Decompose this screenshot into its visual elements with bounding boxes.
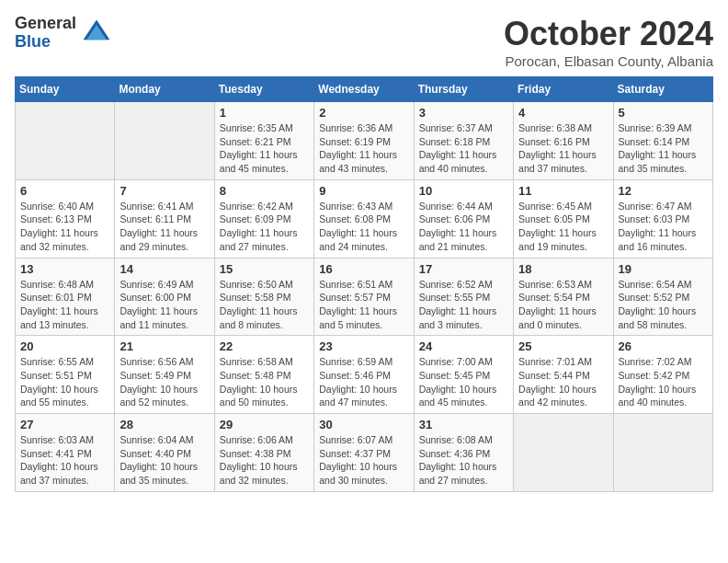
day-number: 30	[319, 418, 408, 431]
day-info: Sunrise: 7:02 AM Sunset: 5:42 PM Dayligh…	[619, 355, 708, 409]
calendar-cell: 24Sunrise: 7:00 AM Sunset: 5:45 PM Dayli…	[414, 336, 513, 414]
day-info: Sunrise: 6:45 AM Sunset: 6:05 PM Dayligh…	[518, 200, 608, 254]
day-info: Sunrise: 6:41 AM Sunset: 6:11 PM Dayligh…	[119, 200, 209, 254]
calendar-cell: 7Sunrise: 6:41 AM Sunset: 6:11 PM Daylig…	[115, 179, 214, 258]
calendar-cell: 5Sunrise: 6:39 AM Sunset: 6:14 PM Daylig…	[613, 102, 712, 180]
calendar-cell: 30Sunrise: 6:07 AM Sunset: 4:37 PM Dayli…	[314, 414, 414, 492]
logo-general: General	[15, 15, 76, 33]
day-number: 8	[220, 184, 309, 198]
day-info: Sunrise: 6:04 AM Sunset: 4:40 PM Dayligh…	[119, 433, 209, 488]
day-info: Sunrise: 6:36 AM Sunset: 6:19 PM Dayligh…	[319, 121, 408, 176]
day-number: 4	[518, 106, 608, 120]
day-number: 27	[20, 418, 109, 431]
day-info: Sunrise: 6:39 AM Sunset: 6:14 PM Dayligh…	[619, 121, 708, 176]
day-number: 25	[518, 339, 608, 353]
day-number: 17	[419, 262, 508, 276]
day-number: 15	[220, 262, 309, 276]
calendar-cell: 4Sunrise: 6:38 AM Sunset: 6:16 PM Daylig…	[514, 102, 613, 180]
month-title: October 2024	[504, 15, 713, 53]
calendar-cell: 28Sunrise: 6:04 AM Sunset: 4:40 PM Dayli…	[115, 414, 214, 492]
weekday-header-monday: Monday	[115, 77, 214, 102]
day-info: Sunrise: 6:35 AM Sunset: 6:21 PM Dayligh…	[220, 121, 309, 176]
day-number: 22	[220, 339, 309, 353]
day-info: Sunrise: 7:01 AM Sunset: 5:44 PM Dayligh…	[518, 355, 608, 409]
header: General Blue October 2024 Porocan, Elbas…	[15, 15, 713, 69]
day-number: 10	[419, 184, 508, 198]
day-number: 11	[518, 184, 608, 198]
logo: General Blue	[15, 15, 113, 52]
day-number: 2	[319, 106, 408, 120]
weekday-header-friday: Friday	[514, 77, 613, 102]
calendar-cell: 9Sunrise: 6:43 AM Sunset: 6:08 PM Daylig…	[314, 179, 414, 258]
location-title: Porocan, Elbasan County, Albania	[504, 53, 713, 69]
day-number: 9	[319, 184, 408, 198]
day-number: 26	[619, 339, 708, 353]
calendar-cell: 3Sunrise: 6:37 AM Sunset: 6:18 PM Daylig…	[414, 102, 513, 180]
calendar-cell: 20Sunrise: 6:55 AM Sunset: 5:51 PM Dayli…	[16, 336, 115, 414]
day-info: Sunrise: 6:37 AM Sunset: 6:18 PM Dayligh…	[419, 121, 508, 176]
calendar-cell: 25Sunrise: 7:01 AM Sunset: 5:44 PM Dayli…	[514, 336, 613, 414]
day-number: 5	[619, 106, 708, 120]
day-number: 23	[319, 339, 408, 353]
day-info: Sunrise: 6:42 AM Sunset: 6:09 PM Dayligh…	[220, 200, 309, 254]
calendar-cell: 14Sunrise: 6:49 AM Sunset: 6:00 PM Dayli…	[115, 258, 214, 336]
day-info: Sunrise: 6:59 AM Sunset: 5:46 PM Dayligh…	[319, 355, 408, 409]
day-number: 14	[119, 262, 209, 276]
day-number: 13	[20, 262, 109, 276]
day-info: Sunrise: 6:54 AM Sunset: 5:52 PM Dayligh…	[619, 278, 708, 332]
calendar-cell: 1Sunrise: 6:35 AM Sunset: 6:21 PM Daylig…	[214, 102, 313, 180]
day-info: Sunrise: 6:48 AM Sunset: 6:01 PM Dayligh…	[20, 278, 109, 332]
calendar-cell: 18Sunrise: 6:53 AM Sunset: 5:54 PM Dayli…	[514, 258, 613, 336]
day-number: 7	[119, 184, 209, 198]
calendar-cell: 8Sunrise: 6:42 AM Sunset: 6:09 PM Daylig…	[214, 179, 313, 258]
calendar-cell: 16Sunrise: 6:51 AM Sunset: 5:57 PM Dayli…	[314, 258, 414, 336]
calendar-cell: 29Sunrise: 6:06 AM Sunset: 4:38 PM Dayli…	[214, 414, 313, 492]
weekday-header-thursday: Thursday	[414, 77, 513, 102]
calendar-cell	[613, 414, 712, 492]
calendar-cell: 11Sunrise: 6:45 AM Sunset: 6:05 PM Dayli…	[514, 179, 613, 258]
calendar-cell: 13Sunrise: 6:48 AM Sunset: 6:01 PM Dayli…	[16, 258, 115, 336]
day-info: Sunrise: 6:06 AM Sunset: 4:38 PM Dayligh…	[220, 433, 309, 488]
calendar-cell: 27Sunrise: 6:03 AM Sunset: 4:41 PM Dayli…	[16, 414, 115, 492]
calendar-cell: 15Sunrise: 6:50 AM Sunset: 5:58 PM Dayli…	[214, 258, 313, 336]
day-info: Sunrise: 6:58 AM Sunset: 5:48 PM Dayligh…	[220, 355, 309, 409]
calendar-cell: 19Sunrise: 6:54 AM Sunset: 5:52 PM Dayli…	[613, 258, 712, 336]
calendar-cell: 12Sunrise: 6:47 AM Sunset: 6:03 PM Dayli…	[613, 179, 712, 258]
weekday-header-wednesday: Wednesday	[314, 77, 414, 102]
calendar-cell: 21Sunrise: 6:56 AM Sunset: 5:49 PM Dayli…	[115, 336, 214, 414]
day-info: Sunrise: 6:43 AM Sunset: 6:08 PM Dayligh…	[319, 200, 408, 254]
calendar-cell: 17Sunrise: 6:52 AM Sunset: 5:55 PM Dayli…	[414, 258, 513, 336]
day-number: 21	[119, 339, 209, 353]
day-info: Sunrise: 6:03 AM Sunset: 4:41 PM Dayligh…	[20, 433, 109, 488]
day-info: Sunrise: 6:52 AM Sunset: 5:55 PM Dayligh…	[419, 278, 508, 332]
calendar-cell	[115, 102, 214, 180]
day-number: 31	[419, 418, 508, 431]
day-number: 24	[419, 339, 508, 353]
day-number: 12	[619, 184, 708, 198]
weekday-header-sunday: Sunday	[16, 77, 115, 102]
day-number: 19	[619, 262, 708, 276]
calendar-cell: 6Sunrise: 6:40 AM Sunset: 6:13 PM Daylig…	[16, 179, 115, 258]
day-number: 20	[20, 339, 109, 353]
weekday-header-tuesday: Tuesday	[214, 77, 313, 102]
calendar-cell	[514, 414, 613, 492]
calendar-cell	[16, 102, 115, 180]
day-number: 18	[518, 262, 608, 276]
weekday-header-saturday: Saturday	[613, 77, 712, 102]
day-info: Sunrise: 6:50 AM Sunset: 5:58 PM Dayligh…	[220, 278, 309, 332]
logo-blue: Blue	[15, 33, 76, 52]
day-info: Sunrise: 7:00 AM Sunset: 5:45 PM Dayligh…	[419, 355, 508, 409]
day-info: Sunrise: 6:47 AM Sunset: 6:03 PM Dayligh…	[619, 200, 708, 254]
day-info: Sunrise: 6:38 AM Sunset: 6:16 PM Dayligh…	[518, 121, 608, 176]
day-number: 1	[220, 106, 309, 120]
day-info: Sunrise: 6:08 AM Sunset: 4:36 PM Dayligh…	[419, 433, 508, 488]
logo-icon	[80, 17, 113, 50]
day-info: Sunrise: 6:53 AM Sunset: 5:54 PM Dayligh…	[518, 278, 608, 332]
calendar-cell: 31Sunrise: 6:08 AM Sunset: 4:36 PM Dayli…	[414, 414, 513, 492]
calendar-cell: 26Sunrise: 7:02 AM Sunset: 5:42 PM Dayli…	[613, 336, 712, 414]
day-info: Sunrise: 6:07 AM Sunset: 4:37 PM Dayligh…	[319, 433, 408, 488]
day-number: 3	[419, 106, 508, 120]
day-number: 16	[319, 262, 408, 276]
day-info: Sunrise: 6:40 AM Sunset: 6:13 PM Dayligh…	[20, 200, 109, 254]
day-number: 6	[20, 184, 109, 198]
